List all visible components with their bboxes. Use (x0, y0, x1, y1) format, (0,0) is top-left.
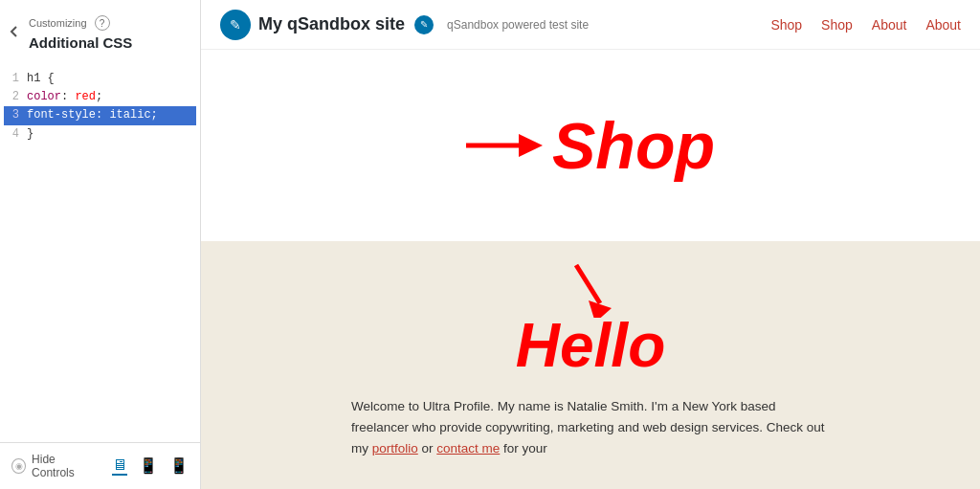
content-tail: for your (500, 441, 547, 456)
site-tagline: qSandbox powered test site (447, 18, 589, 32)
contact-link[interactable]: contact me (436, 441, 500, 456)
nav-shop-2[interactable]: Shop (821, 17, 853, 33)
customizing-label: Customizing ? (29, 15, 189, 31)
panel-footer: ◉ Hide Controls 🖥 📱 📱 (0, 442, 200, 489)
arrow-right-icon (466, 126, 543, 165)
content-or: or (418, 441, 437, 456)
help-icon[interactable]: ? (95, 15, 110, 31)
customizer-panel: Customizing ? Additional CSS 1 h1 { 2 co… (0, 0, 201, 489)
hello-container: Hello (516, 260, 665, 379)
site-badge: ✎ (414, 15, 434, 34)
nav-shop-1[interactable]: Shop (770, 17, 802, 33)
site-logo: ✎ My qSandbox site ✎ qSandbox powered te… (220, 10, 589, 40)
css-code-editor[interactable]: 1 h1 { 2 color: red; 3 font-style: itali… (0, 62, 200, 442)
hero-shop-heading: Shop (552, 113, 715, 178)
preview-area: ✎ My qSandbox site ✎ qSandbox powered te… (201, 0, 980, 489)
svg-line-2 (576, 265, 600, 303)
back-button[interactable] (0, 0, 29, 489)
hello-heading: Hello (516, 312, 665, 379)
code-line-3: 3 font-style: italic; (4, 106, 196, 124)
code-line-4: 4 } (4, 125, 196, 144)
code-line-2: 2 color: red; (4, 88, 196, 106)
site-nav: ✎ My qSandbox site ✎ qSandbox powered te… (201, 0, 980, 50)
portfolio-link[interactable]: portfolio (372, 441, 418, 456)
tablet-icon[interactable]: 📱 (139, 456, 158, 476)
desktop-icon[interactable]: 🖥 (112, 456, 127, 476)
panel-title: Additional CSS (29, 34, 189, 51)
site-name: My qSandbox site (258, 14, 405, 34)
nav-links: Shop Shop About About (770, 17, 961, 33)
logo-icon: ✎ (220, 10, 251, 40)
shop-arrow-container: Shop (466, 113, 715, 178)
code-line-1: 1 h1 { (4, 70, 196, 88)
nav-about-2[interactable]: About (925, 17, 961, 33)
svg-marker-1 (519, 134, 543, 157)
content-body: Welcome to Ultra Profile. My name is Nat… (351, 396, 830, 458)
content-section: Hello Welcome to Ultra Profile. My name … (201, 241, 980, 489)
customizing-text: Customizing (29, 17, 87, 29)
hero-section: Shop (201, 50, 980, 241)
device-switcher: 🖥 📱 📱 (112, 456, 189, 476)
panel-header: Customizing ? Additional CSS (0, 0, 200, 51)
nav-about-1[interactable]: About (872, 17, 907, 33)
hide-controls-label: Hide Controls (32, 453, 97, 479)
mobile-icon[interactable]: 📱 (169, 456, 189, 476)
